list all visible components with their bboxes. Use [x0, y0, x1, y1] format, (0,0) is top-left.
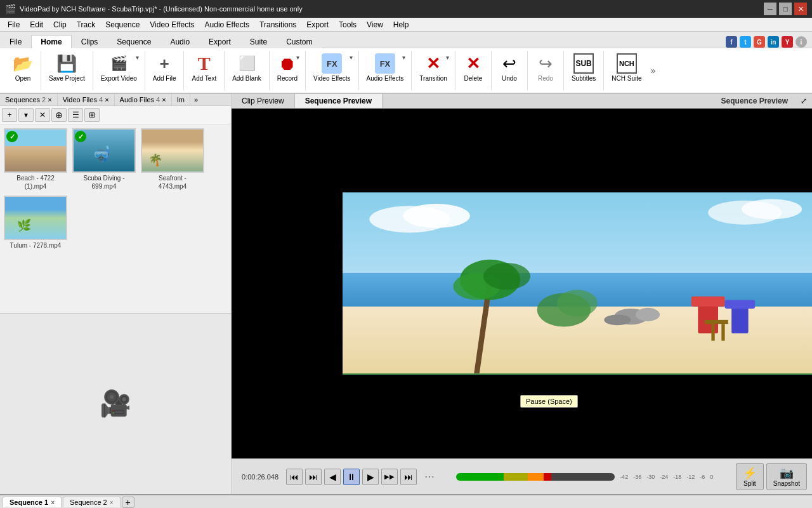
- last-frame-button[interactable]: ⏭: [400, 469, 417, 485]
- add-file-button[interactable]: + Add File: [149, 51, 180, 85]
- ribbon-tab-file[interactable]: File: [0, 35, 31, 48]
- linkedin-icon[interactable]: in: [768, 36, 779, 48]
- open-button[interactable]: 📂 Open: [9, 51, 37, 85]
- seq-1-close[interactable]: ×: [51, 499, 55, 506]
- svg-rect-15: [705, 320, 728, 324]
- audio-effects-button[interactable]: FX Audio Effects ▾: [363, 51, 408, 85]
- step-back-button[interactable]: ◀: [324, 469, 341, 485]
- ribbon-export-buttons: 🎬 Export Video ▾: [97, 51, 141, 90]
- ribbon-tab-export[interactable]: Export: [199, 35, 240, 48]
- youtube-icon[interactable]: Y: [782, 36, 793, 48]
- media-thumb-scuba: ✓ 🤿: [72, 128, 136, 173]
- menu-track[interactable]: Track: [72, 19, 101, 30]
- media-list-view-button[interactable]: ☰: [68, 108, 83, 122]
- ribbon-nch-buttons: NCH NCH Suite: [608, 51, 645, 90]
- menu-transitions[interactable]: Transitions: [254, 19, 301, 30]
- add-sequence-button[interactable]: +: [122, 497, 134, 508]
- menu-edit[interactable]: Edit: [25, 19, 48, 30]
- ribbon-tab-custom[interactable]: Custom: [277, 35, 322, 48]
- save-project-button[interactable]: 💾 Save Project: [45, 51, 89, 85]
- media-tab-images[interactable]: Im: [172, 94, 190, 105]
- svg-point-4: [742, 199, 802, 219]
- pause-tooltip: Pause (Space): [520, 395, 578, 408]
- undo-button[interactable]: ↩ Undo: [495, 51, 523, 85]
- snapshot-button[interactable]: 📷 Snapshot: [766, 463, 807, 490]
- ribbon-social: f t G in Y i: [726, 36, 812, 48]
- maximize-button[interactable]: □: [779, 3, 792, 15]
- subtitles-button[interactable]: SUB Subtitles: [568, 51, 599, 85]
- ribbon-group-nch: NCH NCH Suite: [604, 51, 649, 90]
- split-label: Split: [743, 480, 756, 487]
- menu-clip[interactable]: Clip: [48, 19, 72, 30]
- menu-help[interactable]: Help: [388, 19, 414, 30]
- open-icon: 📂: [13, 53, 33, 74]
- ribbon-group-addblank: ⬜ Add Blank: [225, 51, 270, 90]
- ribbon-group-afx: FX Audio Effects ▾: [359, 51, 412, 90]
- sequence-tab-2[interactable]: Sequence 2 ×: [63, 497, 121, 507]
- add-blank-button[interactable]: ⬜ Add Blank: [228, 51, 265, 85]
- facebook-icon[interactable]: f: [726, 36, 737, 48]
- delete-button[interactable]: ✕ Delete: [459, 51, 487, 85]
- preview-controls: 0:00:26.048 ⏮ ⏭ ◀ ⏸ ▶ ▶▶ ⏭ ⋯ -42 -36 -30: [232, 458, 812, 494]
- record-label: Record: [277, 75, 298, 83]
- menu-export[interactable]: Export: [301, 19, 334, 30]
- media-add-seq-button[interactable]: ⊕: [51, 108, 67, 122]
- redo-button[interactable]: ↪ Redo: [532, 51, 560, 85]
- preview-expand-button[interactable]: ⤢: [796, 94, 812, 108]
- svg-point-22: [557, 290, 597, 316]
- ribbon-tab-suite[interactable]: Suite: [240, 35, 277, 48]
- prev-button[interactable]: ⏭: [305, 469, 322, 485]
- media-delete-button[interactable]: ✕: [35, 108, 50, 122]
- media-item-scuba[interactable]: ✓ 🤿 Scuba Diving -699.mp4: [72, 128, 136, 190]
- minimize-button[interactable]: ─: [764, 3, 776, 15]
- seq-2-label: Sequence 2: [70, 498, 107, 506]
- media-import-button[interactable]: +: [2, 108, 17, 122]
- ribbon-tab-clips[interactable]: Clips: [72, 35, 108, 48]
- media-tab-sequences[interactable]: Sequences 2 ×: [0, 94, 58, 105]
- pause-button[interactable]: ⏸: [343, 469, 360, 485]
- menu-view[interactable]: View: [362, 19, 388, 30]
- step-fwd-button[interactable]: ▶▶: [381, 469, 398, 485]
- export-video-button[interactable]: 🎬 Export Video ▾: [97, 51, 141, 85]
- media-tabs: Sequences 2 × Video Files 4 × Audio File…: [0, 94, 231, 106]
- tab-clip-preview[interactable]: Clip Preview: [232, 94, 295, 108]
- menu-file[interactable]: File: [3, 19, 25, 30]
- nch-suite-button[interactable]: NCH NCH Suite: [608, 51, 645, 85]
- ribbon-tab-sequence[interactable]: Sequence: [107, 35, 160, 48]
- sequence-tab-1[interactable]: Sequence 1 ×: [3, 497, 62, 507]
- ribbon-more-button[interactable]: »: [650, 51, 657, 90]
- media-item-beach[interactable]: ✓ Beach - 4722(1).mp4: [4, 128, 67, 190]
- menu-video-effects[interactable]: Video Effects: [145, 19, 199, 30]
- google-icon[interactable]: G: [754, 36, 765, 48]
- play-button[interactable]: ▶: [362, 469, 379, 485]
- transition-button[interactable]: ✕ Transition ▾: [416, 51, 451, 85]
- tab-sequence-preview[interactable]: Sequence Preview: [295, 94, 383, 108]
- seq-2-close[interactable]: ×: [110, 499, 114, 506]
- menu-audio-effects[interactable]: Audio Effects: [200, 19, 255, 30]
- title-bar-controls: ─ □ ✕: [764, 3, 807, 15]
- video-effects-button[interactable]: FX Video Effects ▾: [310, 51, 355, 85]
- close-button[interactable]: ✕: [794, 3, 807, 15]
- add-text-button[interactable]: T Add Text: [188, 51, 220, 85]
- info-icon[interactable]: i: [796, 36, 807, 48]
- more-options-icon[interactable]: ⋯: [424, 471, 435, 483]
- record-button[interactable]: ⏺ Record ▾: [273, 51, 301, 85]
- menu-sequence[interactable]: Sequence: [100, 19, 145, 30]
- ribbon-tab-home[interactable]: Home: [31, 35, 71, 48]
- split-button[interactable]: ⚡ Split: [736, 463, 764, 490]
- media-tabs-more[interactable]: »: [190, 94, 202, 105]
- media-label-scuba: Scuba Diving -699.mp4: [72, 174, 136, 190]
- media-down-button[interactable]: ▾: [18, 108, 34, 122]
- twitter-icon[interactable]: t: [740, 36, 751, 48]
- first-frame-button[interactable]: ⏮: [286, 469, 303, 485]
- ribbon-tab-audio[interactable]: Audio: [160, 35, 199, 48]
- ribbon-transition-buttons: ✕ Transition ▾: [416, 51, 451, 90]
- media-item-seafront[interactable]: 🌴 Seafront -4743.mp4: [141, 128, 204, 190]
- ribbon-group-vfx: FX Video Effects ▾: [306, 51, 359, 90]
- media-tab-video-files[interactable]: Video Files 4 ×: [58, 94, 115, 105]
- media-item-tulum[interactable]: 🌿 Tulum - 7278.mp4: [4, 196, 67, 250]
- media-label-tulum: Tulum - 7278.mp4: [4, 241, 67, 250]
- menu-tools[interactable]: Tools: [334, 19, 362, 30]
- media-tab-audio-files[interactable]: Audio Files 4 ×: [115, 94, 172, 105]
- media-thumb-view-button[interactable]: ⊞: [84, 108, 100, 122]
